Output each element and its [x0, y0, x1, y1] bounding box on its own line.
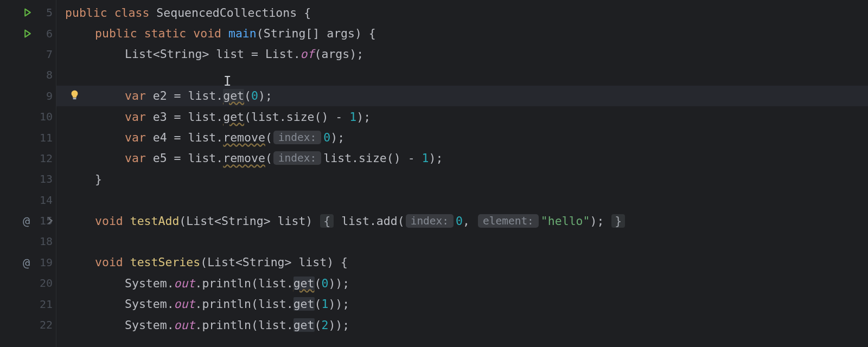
line-number: 20 — [35, 277, 53, 290]
code-line[interactable]: } — [56, 169, 868, 189]
gutter-row[interactable]: 13 — [0, 169, 56, 189]
line-number: 19 — [35, 256, 53, 269]
static-field: out — [174, 277, 195, 290]
line-number: 9 — [35, 89, 53, 102]
code-line[interactable]: var e5 = list.remove(index:list.size() -… — [56, 148, 868, 169]
code-text: .println(list. — [195, 318, 293, 332]
code-text: System. — [125, 277, 174, 290]
code-line[interactable] — [56, 231, 868, 252]
keyword: public — [65, 6, 107, 20]
keyword: void — [193, 27, 221, 40]
code-text: .println(list. — [195, 277, 293, 290]
code-text: list.add( — [334, 214, 404, 228]
string: "hello" — [541, 214, 590, 228]
intention-bulb-icon[interactable] — [69, 89, 80, 102]
static-call: of — [301, 47, 315, 61]
code-text: ( — [315, 277, 322, 290]
method-call: get — [293, 318, 315, 332]
run-icon[interactable] — [23, 8, 32, 17]
number: 0 — [251, 89, 258, 102]
code-line-active[interactable]: I var e2 = list.get(0); — [56, 86, 868, 106]
line-number: 22 — [35, 318, 53, 331]
code-text: ); — [356, 110, 371, 124]
svg-rect-0 — [73, 98, 76, 99]
code-text: e5 = list. — [146, 151, 223, 165]
number: 1 — [321, 297, 328, 311]
number: 0 — [321, 277, 328, 290]
gutter-row[interactable]: 12 — [0, 148, 56, 169]
method-name: main — [228, 27, 257, 40]
code-text: e3 = list. — [146, 110, 223, 124]
gutter-row[interactable]: 5 — [0, 2, 56, 23]
code-text: e2 = list. — [146, 89, 223, 102]
gutter-row[interactable]: 10 — [0, 106, 56, 127]
code-text: ( — [315, 318, 322, 332]
signature: (List<String> list) — [179, 214, 320, 228]
param-hint: index: — [406, 214, 454, 228]
code-text: ); — [429, 151, 443, 165]
gutter-row[interactable]: 20 — [0, 273, 56, 293]
code-text: System. — [125, 297, 174, 311]
code-text: .println(list. — [195, 297, 293, 311]
keyword: var — [125, 110, 146, 124]
code-line[interactable]: public static void main(String[] args) { — [56, 23, 868, 43]
line-number: 13 — [35, 172, 53, 185]
gutter-row[interactable]: 11 — [0, 127, 56, 147]
gutter-row[interactable]: 8 — [0, 65, 56, 85]
code-text: )); — [328, 277, 349, 290]
code-text: )); — [328, 297, 349, 311]
code-line[interactable]: public class SequencedCollections { — [56, 2, 868, 23]
code-text: )); — [328, 318, 349, 332]
signature: (String[] args) { — [257, 27, 376, 40]
code-text: ( — [265, 131, 272, 144]
code-text: list.size() - — [323, 151, 422, 165]
code-text: System. — [125, 318, 174, 332]
number: 2 — [321, 318, 328, 332]
keyword: void — [95, 214, 123, 228]
brace: { — [304, 6, 311, 20]
gutter-row[interactable]: 19 @ — [0, 252, 56, 273]
signature: (List<String> list) { — [200, 255, 348, 269]
number: 1 — [422, 151, 429, 165]
code-line[interactable]: void testAdd(List<String> list) { list.a… — [56, 210, 868, 231]
gutter-row[interactable]: 18 — [0, 231, 56, 252]
code-text: ); — [330, 131, 344, 144]
code-line[interactable]: var e4 = list.remove(index:0); — [56, 127, 868, 147]
expand-icon[interactable] — [47, 217, 54, 224]
method-call: get — [293, 297, 315, 311]
method-name: testSeries — [130, 255, 200, 269]
code-line[interactable]: var e3 = list.get(list.size() - 1); — [56, 106, 868, 127]
code-line[interactable]: System.out.println(list.get(2)); — [56, 314, 868, 335]
line-number: 8 — [35, 68, 53, 81]
gutter-row[interactable]: 6 — [0, 23, 56, 43]
method-name: testAdd — [130, 214, 180, 228]
code-line[interactable]: List<String> list = List.of(args); — [56, 44, 868, 65]
keyword: var — [125, 89, 146, 102]
annotation-icon[interactable]: @ — [23, 255, 30, 269]
keyword: void — [95, 255, 123, 269]
code-text: ( — [244, 89, 251, 102]
keyword: public — [95, 27, 137, 40]
gutter-row[interactable]: 7 — [0, 44, 56, 65]
fold-marker[interactable]: { — [320, 214, 334, 228]
gutter-row[interactable]: 22 — [0, 314, 56, 335]
code-line[interactable]: void testSeries(List<String> list) { — [56, 252, 868, 273]
annotation-icon[interactable]: @ — [23, 214, 30, 228]
code-line[interactable] — [56, 190, 868, 210]
gutter: 5 6 7 8 9 10 11 12 13 14 15 @ 18 19 — [0, 0, 56, 347]
code-text: , — [463, 214, 477, 228]
run-icon[interactable] — [23, 29, 32, 38]
fold-marker[interactable]: } — [611, 214, 625, 228]
code-line[interactable]: System.out.println(list.get(1)); — [56, 293, 868, 314]
gutter-row[interactable]: 9 — [0, 86, 56, 106]
line-number: 18 — [35, 235, 53, 248]
code-line[interactable]: System.out.println(list.get(0)); — [56, 273, 868, 293]
code-line[interactable] — [56, 65, 868, 85]
gutter-row[interactable]: 21 — [0, 293, 56, 314]
line-number: 10 — [35, 110, 53, 123]
gutter-row[interactable]: 15 @ — [0, 210, 56, 231]
line-number: 7 — [35, 48, 53, 61]
code-area[interactable]: public class SequencedCollections { publ… — [56, 0, 868, 347]
static-field: out — [174, 297, 195, 311]
gutter-row[interactable]: 14 — [0, 190, 56, 210]
